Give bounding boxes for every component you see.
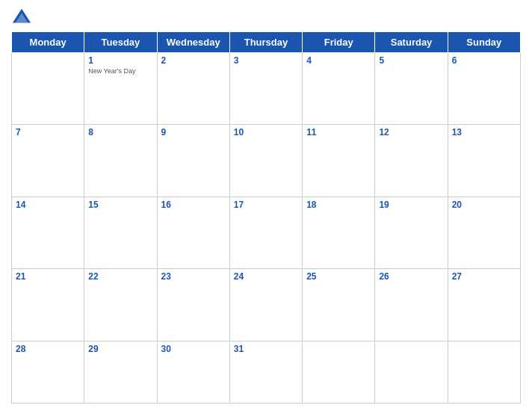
calendar-cell: 6 — [448, 53, 520, 125]
weekday-header-row: MondayTuesdayWednesdayThursdayFridaySatu… — [12, 32, 521, 53]
calendar-cell: 15 — [84, 197, 157, 268]
weekday-header-saturday: Saturday — [375, 32, 448, 53]
calendar-cell: 25 — [303, 269, 375, 341]
day-number: 22 — [88, 271, 152, 282]
day-number: 16 — [161, 200, 226, 210]
calendar-cell: 21 — [12, 269, 84, 341]
day-number: 29 — [88, 344, 152, 354]
day-number: 27 — [452, 271, 516, 282]
calendar-cell — [12, 53, 84, 125]
day-number: 12 — [379, 127, 443, 137]
day-number: 21 — [16, 271, 80, 282]
page-header — [11, 7, 521, 28]
calendar-cell: 9 — [157, 125, 229, 197]
calendar-cell: 29 — [84, 341, 157, 403]
day-number: 28 — [16, 344, 80, 354]
calendar-cell: 1New Year's Day — [84, 53, 157, 125]
calendar-cell: 26 — [375, 269, 448, 341]
calendar-cell: 27 — [448, 269, 520, 341]
calendar-cell: 28 — [12, 341, 84, 403]
day-number: 8 — [88, 127, 152, 137]
weekday-header-thursday: Thursday — [229, 32, 302, 53]
day-number: 1 — [88, 55, 152, 66]
weekday-header-friday: Friday — [303, 32, 375, 53]
day-number: 15 — [88, 200, 152, 210]
calendar-cell: 19 — [375, 197, 448, 268]
week-row-1: 1New Year's Day23456 — [12, 53, 521, 125]
calendar-cell: 24 — [229, 269, 302, 341]
week-row-3: 14151617181920 — [12, 197, 521, 268]
day-number: 24 — [234, 271, 298, 282]
calendar-cell: 23 — [157, 269, 229, 341]
day-number: 5 — [379, 55, 443, 66]
day-number: 19 — [379, 200, 443, 210]
day-number: 17 — [234, 200, 298, 210]
day-number: 23 — [161, 271, 226, 282]
week-row-5: 28293031 — [12, 341, 521, 403]
calendar-cell: 8 — [84, 125, 157, 197]
calendar-cell: 18 — [303, 197, 375, 268]
calendar-table: MondayTuesdayWednesdayThursdayFridaySatu… — [11, 31, 521, 404]
day-number: 11 — [306, 127, 371, 137]
calendar-cell: 22 — [84, 269, 157, 341]
day-number: 7 — [16, 127, 80, 137]
day-number: 6 — [452, 55, 516, 66]
day-number: 30 — [161, 344, 226, 354]
calendar-cell: 3 — [229, 53, 302, 125]
day-number: 2 — [161, 55, 226, 66]
calendar-cell — [448, 341, 520, 403]
day-number: 4 — [306, 55, 371, 66]
calendar-cell: 13 — [448, 125, 520, 197]
day-number: 20 — [452, 200, 516, 210]
week-row-4: 21222324252627 — [12, 269, 521, 341]
calendar-cell: 14 — [12, 197, 84, 268]
calendar-cell — [303, 341, 375, 403]
calendar-cell: 11 — [303, 125, 375, 197]
day-number: 31 — [234, 344, 298, 354]
weekday-header-monday: Monday — [12, 32, 84, 53]
day-number: 10 — [234, 127, 298, 137]
calendar-cell: 30 — [157, 341, 229, 403]
day-number: 26 — [379, 271, 443, 282]
calendar-cell: 12 — [375, 125, 448, 197]
day-number: 25 — [306, 271, 371, 282]
weekday-header-wednesday: Wednesday — [157, 32, 229, 53]
day-number: 3 — [234, 55, 298, 66]
weekday-header-sunday: Sunday — [448, 32, 520, 53]
day-number: 9 — [161, 127, 226, 137]
weekday-header-tuesday: Tuesday — [84, 32, 157, 53]
calendar-cell: 20 — [448, 197, 520, 268]
logo — [11, 7, 35, 28]
calendar-cell: 16 — [157, 197, 229, 268]
calendar-cell: 5 — [375, 53, 448, 125]
calendar-cell — [375, 341, 448, 403]
holiday-label: New Year's Day — [88, 67, 152, 75]
day-number: 14 — [16, 200, 80, 210]
calendar-cell: 17 — [229, 197, 302, 268]
calendar-cell: 4 — [303, 53, 375, 125]
calendar-cell: 10 — [229, 125, 302, 197]
week-row-2: 78910111213 — [12, 125, 521, 197]
calendar-cell: 31 — [229, 341, 302, 403]
calendar-cell: 2 — [157, 53, 229, 125]
calendar-cell: 7 — [12, 125, 84, 197]
logo-icon — [11, 7, 32, 28]
day-number: 13 — [452, 127, 516, 137]
day-number: 18 — [306, 200, 371, 210]
